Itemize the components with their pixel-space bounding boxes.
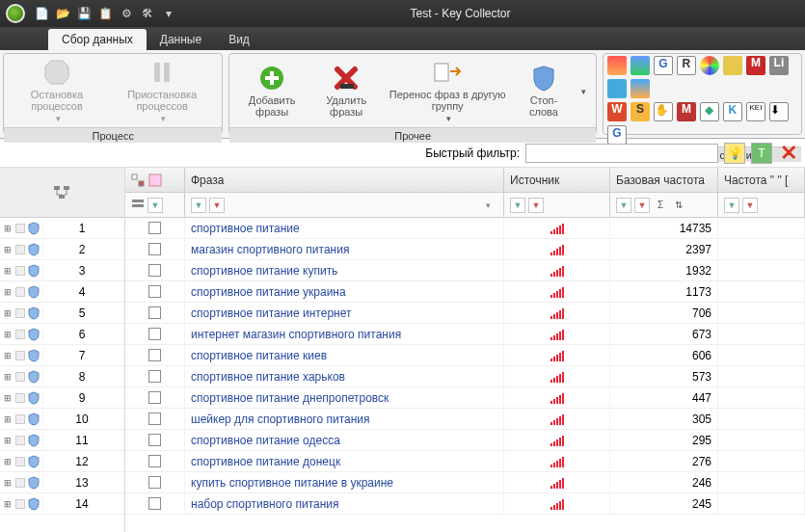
funnel-icon[interactable]: ▼ xyxy=(724,198,739,213)
row-header[interactable]: ⊞ 1 xyxy=(0,218,124,239)
table-row[interactable]: спортивное питание киев 606 xyxy=(125,345,805,366)
funnel-clear-icon[interactable]: ▼ xyxy=(209,198,225,213)
row-checkbox[interactable] xyxy=(148,434,161,446)
add-phrases-button[interactable]: Добавить фразы xyxy=(233,62,310,120)
table-row[interactable]: купить спортивное питание в украине 246 xyxy=(125,472,805,493)
tab-view[interactable]: Вид xyxy=(215,29,263,50)
quick-filter-input[interactable] xyxy=(525,144,718,163)
row-header[interactable]: ⊞ 13 xyxy=(0,472,124,493)
row-checkbox[interactable] xyxy=(148,497,161,510)
source-icon[interactable]: R xyxy=(677,56,696,75)
table-row[interactable]: магазин спортивного питания 2397 xyxy=(125,239,805,260)
funnel-icon[interactable]: ▼ xyxy=(148,198,163,213)
source-icon[interactable] xyxy=(700,56,719,75)
move-phrases-button[interactable]: Перенос фраз в другую группу xyxy=(382,56,513,125)
phrase-cell[interactable]: интернет магазин спортивного питания xyxy=(185,324,504,344)
phrase-cell[interactable]: спортивное питание одесса xyxy=(185,430,504,450)
table-row[interactable]: спортивное питание интернет 706 xyxy=(125,303,805,324)
row-header[interactable]: ⊞ 6 xyxy=(0,324,124,345)
funnel-icon[interactable]: ▼ xyxy=(616,198,631,213)
row-header[interactable]: ⊞ 3 xyxy=(0,260,124,281)
source-icon[interactable]: Li xyxy=(769,56,789,75)
sheet-icon[interactable]: 📋 xyxy=(96,5,114,22)
funnel-icon[interactable]: ▼ xyxy=(191,198,206,213)
column-header-source[interactable]: Источник xyxy=(504,168,610,192)
phrase-cell[interactable]: шейкер для спортивного питания xyxy=(185,409,504,429)
source-icon[interactable]: KEI xyxy=(746,102,765,121)
expand-icon[interactable]: ⊞ xyxy=(4,245,13,254)
tab-collect[interactable]: Сбор данных xyxy=(48,29,147,50)
table-row[interactable]: набор спортивного питания 245 xyxy=(125,493,805,515)
source-icon[interactable]: M xyxy=(746,56,765,75)
row-header[interactable]: ⊞ 5 xyxy=(0,303,124,324)
row-header[interactable]: ⊞ 2 xyxy=(0,239,124,260)
row-header[interactable]: ⊞ 4 xyxy=(0,281,124,303)
stopwords-button[interactable]: Стоп-слова xyxy=(513,62,575,120)
expand-icon[interactable]: ⊞ xyxy=(4,478,13,488)
column-header-basefreq[interactable]: Базовая частота xyxy=(610,168,718,192)
table-row[interactable]: спортивное питание донецк 276 xyxy=(125,451,805,472)
save-icon[interactable]: 💾 xyxy=(75,5,93,22)
source-icon[interactable]: ◆ xyxy=(700,102,719,121)
row-checkbox[interactable] xyxy=(148,222,161,234)
phrase-cell[interactable]: магазин спортивного питания xyxy=(185,239,504,259)
table-row[interactable]: спортивное питание харьков 573 xyxy=(125,366,805,387)
sort-icon[interactable]: ⇅ xyxy=(671,198,686,213)
phrase-cell[interactable]: спортивное питание купить xyxy=(185,260,504,280)
phrase-cell[interactable]: спортивное питание киев xyxy=(185,345,504,365)
row-checkbox[interactable] xyxy=(148,243,161,255)
funnel-clear-icon[interactable]: ▼ xyxy=(528,198,544,213)
source-icon[interactable]: ✋ xyxy=(654,102,673,121)
new-file-icon[interactable]: 📄 xyxy=(33,5,50,22)
table-row[interactable]: спортивное питание одесса 295 xyxy=(125,430,805,451)
expand-icon[interactable]: ⊞ xyxy=(4,224,13,233)
phrase-cell[interactable]: спортивное питание интернет xyxy=(185,303,504,323)
filter-clear-button[interactable]: ✕ xyxy=(778,141,799,166)
expand-icon[interactable]: ⊞ xyxy=(4,457,13,466)
row-header[interactable]: ⊞ 8 xyxy=(0,366,124,387)
checkbox-filter-icon[interactable] xyxy=(131,199,145,212)
source-icon[interactable]: G xyxy=(654,56,673,75)
row-header[interactable]: ⊞ 9 xyxy=(0,387,124,409)
tab-data[interactable]: Данные xyxy=(147,29,215,50)
expand-icon[interactable]: ⊞ xyxy=(4,372,13,382)
source-icon[interactable] xyxy=(631,79,650,98)
expand-icon[interactable]: ⊞ xyxy=(4,287,13,297)
row-checkbox[interactable] xyxy=(148,370,161,383)
dropdown-icon[interactable]: ▾ xyxy=(486,200,497,210)
filter-hint-button[interactable]: 💡 xyxy=(724,143,745,164)
source-icon[interactable]: K xyxy=(723,102,742,121)
source-icon[interactable] xyxy=(607,56,627,75)
funnel-clear-icon[interactable]: ▼ xyxy=(742,198,758,213)
row-checkbox[interactable] xyxy=(148,412,161,425)
filter-apply-button[interactable]: T xyxy=(751,143,772,164)
row-checkbox[interactable] xyxy=(148,306,161,319)
expand-icon[interactable]: ⊞ xyxy=(4,308,13,318)
phrase-cell[interactable]: купить спортивное питание в украине xyxy=(185,472,504,492)
phrase-cell[interactable]: спортивное питание xyxy=(185,218,504,238)
funnel-clear-icon[interactable]: ▼ xyxy=(634,198,650,213)
row-header[interactable]: ⊞ 14 xyxy=(0,493,124,515)
expand-icon[interactable]: ⊞ xyxy=(4,499,13,509)
source-icon[interactable] xyxy=(631,56,650,75)
table-row[interactable]: шейкер для спортивного питания 305 xyxy=(125,409,805,430)
expand-icon[interactable]: ⊞ xyxy=(4,393,13,403)
quickbar-dropdown-icon[interactable]: ▾ xyxy=(160,5,177,22)
column-header-freq2[interactable]: Частота " " [ xyxy=(718,168,805,192)
funnel-icon[interactable]: ▼ xyxy=(510,198,525,213)
phrase-cell[interactable]: спортивное питание украина xyxy=(185,281,504,302)
row-checkbox[interactable] xyxy=(148,285,161,298)
expand-icon[interactable]: ⊞ xyxy=(4,436,13,445)
source-icon[interactable]: ⬇ xyxy=(769,102,789,121)
checkbox-column-header[interactable] xyxy=(125,168,185,192)
source-icon[interactable]: W xyxy=(607,102,627,121)
phrase-cell[interactable]: спортивное питание донецк xyxy=(185,451,504,471)
source-icon[interactable] xyxy=(723,56,742,75)
source-icon[interactable]: G xyxy=(607,125,627,145)
source-icon[interactable]: M xyxy=(677,102,696,121)
phrase-cell[interactable]: спортивное питание днепропетровск xyxy=(185,387,504,408)
expand-icon[interactable]: ⊞ xyxy=(4,266,13,276)
row-checkbox[interactable] xyxy=(148,349,161,361)
table-row[interactable]: спортивное питание украина 1173 xyxy=(125,281,805,303)
sigma-icon[interactable]: Σ xyxy=(653,198,668,213)
